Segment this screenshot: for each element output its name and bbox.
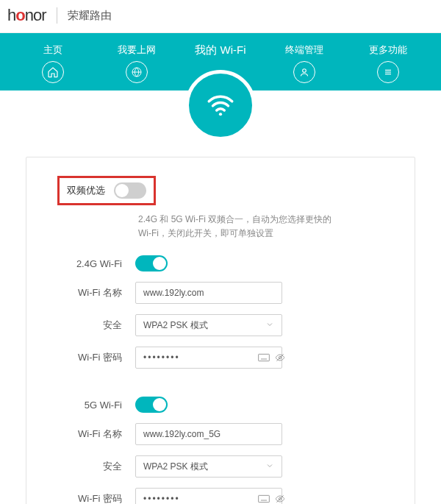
keyboard-icon[interactable] [258,494,270,503]
globe-icon [126,61,148,83]
g24-password-input[interactable] [143,352,254,363]
nav-more[interactable]: 更多功能 [346,33,430,90]
g24-name-input[interactable] [135,282,282,304]
chevron-down-icon [265,320,274,331]
home-icon [42,61,64,83]
g5-toggle-label: 5G Wi-Fi [56,400,122,411]
svg-point-1 [303,69,306,73]
g5-password-label: Wi-Fi 密码 [56,492,122,504]
g5-security-label: 安全 [56,460,122,473]
g5-name-input[interactable] [135,423,282,445]
svg-rect-14 [259,496,270,503]
top-header: honor 荣耀路由 [0,0,441,33]
dual-band-toggle[interactable] [114,182,146,199]
dual-band-highlight: 双频优选 [57,176,156,205]
header-divider [57,7,57,24]
nav-clients[interactable]: 终端管理 [262,33,346,90]
user-icon [293,61,315,83]
g24-security-label: 安全 [56,319,122,332]
g5-password-field [135,488,282,504]
dual-band-hint: 2.4G 和 5G Wi-Fi 双频合一，自动为您选择更快的 Wi-Fi，关闭此… [138,213,344,241]
wifi-hero-icon [185,70,256,141]
nav-internet[interactable]: 我要上网 [95,33,179,90]
g5-security-select[interactable]: WPA2 PSK 模式 [135,455,282,478]
g24-security-select[interactable]: WPA2 PSK 模式 [135,314,282,336]
keyboard-icon[interactable] [258,353,270,362]
eye-off-icon[interactable] [274,352,286,363]
g24-password-field [135,347,282,369]
g5-name-label: Wi-Fi 名称 [56,427,122,441]
svg-rect-6 [259,355,270,361]
nav-home[interactable]: 主页 [11,33,95,90]
menu-icon [377,61,399,83]
g24-toggle[interactable] [135,255,168,271]
g5-password-input[interactable] [143,494,254,504]
product-name: 荣耀路由 [68,9,112,23]
eye-off-icon[interactable] [274,494,286,504]
g24-toggle-label: 2.4G Wi-Fi [56,258,122,269]
brand-logo: honor [7,6,46,25]
main-nav: 主页 我要上网 我的 Wi-Fi 终端管理 更多功能 [0,33,441,90]
wifi-settings-card: 双频优选 2.4G 和 5G Wi-Fi 双频合一，自动为您选择更快的 Wi-F… [26,157,415,504]
g5-toggle[interactable] [135,397,168,413]
g24-password-label: Wi-Fi 密码 [56,351,122,364]
g24-name-label: Wi-Fi 名称 [56,286,122,299]
chevron-down-icon [265,461,274,472]
svg-point-5 [219,113,222,116]
dual-band-label: 双频优选 [67,184,105,197]
